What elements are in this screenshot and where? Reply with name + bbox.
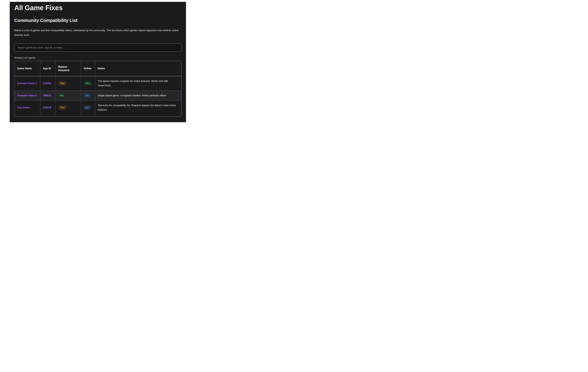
app-id-value[interactable]: 123456: [43, 82, 51, 85]
app-id-cell: 789012: [40, 91, 55, 101]
app-id-value[interactable]: 789012: [43, 94, 51, 97]
game-link[interactable]: Test Game: [17, 106, 30, 109]
results-summary: Showing 3 of 3 games: [14, 57, 181, 59]
column-header-app-id: App ID: [40, 61, 55, 76]
bypass-required-cell: No: [55, 91, 81, 101]
section-title: Community Compatibility List: [14, 18, 181, 23]
content-area: All Game Fixes Community Compatibility L…: [10, 4, 186, 117]
table-header-row: Game NameApp IDBypass RequiredOnlineNote…: [14, 61, 181, 76]
app-id-value[interactable]: 345678: [43, 106, 51, 109]
page-title: All Game Fixes: [14, 4, 181, 12]
app-id-cell: 123456: [40, 76, 55, 91]
game-name-cell: Example Game 2: [14, 91, 40, 101]
online-cell: Yes: [81, 76, 95, 91]
search-input[interactable]: [14, 43, 181, 52]
bypass-required-badge: No: [58, 93, 65, 98]
compatibility-table-container: Game NameApp IDBypass RequiredOnlineNote…: [14, 61, 181, 117]
page-container: All Game Fixes Community Compatibility L…: [10, 2, 186, 122]
online-cell: No: [81, 100, 95, 115]
compatibility-table: Game NameApp IDBypass RequiredOnlineNote…: [14, 61, 181, 115]
bypass-required-badge: Yes: [58, 81, 66, 86]
column-header-online: Online: [81, 61, 95, 76]
game-name-cell: Test Game: [14, 100, 40, 115]
column-header-bypass-required: Bypass Required: [55, 61, 81, 76]
bypass-required-cell: Yes: [55, 100, 81, 115]
game-name-cell: Example Game 1: [14, 76, 40, 91]
online-badge: No: [84, 93, 91, 98]
bypass-required-cell: Yes: [55, 76, 81, 91]
description-text: Below is a list of games and their compa…: [14, 28, 181, 37]
online-badge: No: [84, 105, 91, 110]
notes-cell: Test entry for compatibility list. Requi…: [95, 100, 181, 115]
game-link[interactable]: Example Game 1: [17, 82, 37, 85]
game-link[interactable]: Example Game 2: [17, 94, 37, 97]
table-row: Example Game 1123456YesYesThis game requ…: [14, 76, 181, 91]
table-row: Test Game345678YesNoTest entry for compa…: [14, 100, 181, 115]
notes-cell: Single player game, no bypass needed. Wo…: [95, 91, 181, 101]
online-badge: Yes: [84, 81, 92, 86]
column-header-game-name: Game Name: [14, 61, 40, 76]
notes-cell: This game requires a bypass for online f…: [95, 76, 181, 91]
bypass-required-badge: Yes: [58, 105, 66, 110]
table-body: Example Game 1123456YesYesThis game requ…: [14, 76, 181, 115]
table-row: Example Game 2789012NoNoSingle player ga…: [14, 91, 181, 101]
app-id-cell: 345678: [40, 100, 55, 115]
column-header-notes: Notes: [95, 61, 181, 76]
online-cell: No: [81, 91, 95, 101]
